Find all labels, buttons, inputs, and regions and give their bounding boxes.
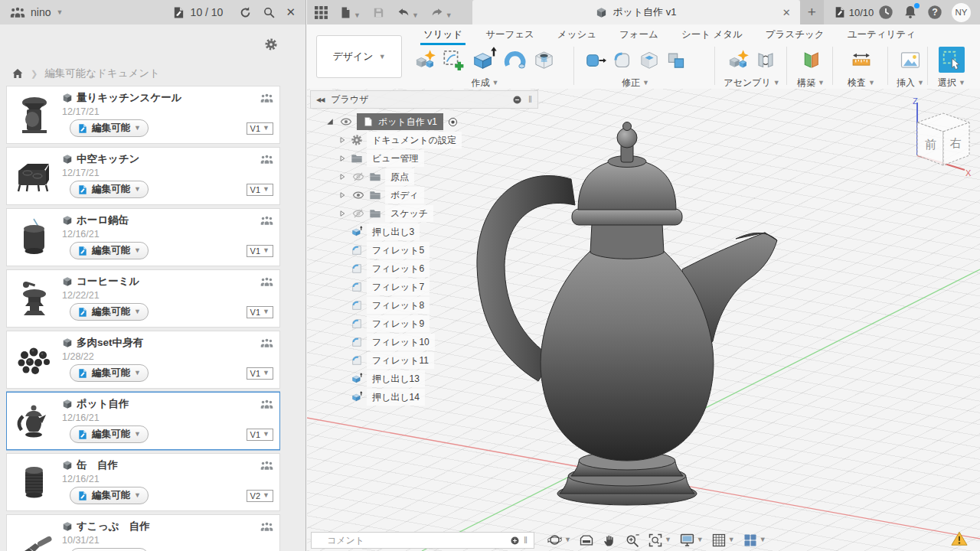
- group-dropdown-select[interactable]: 選択▼: [938, 77, 965, 90]
- feature-label[interactable]: フィレット9: [367, 315, 430, 332]
- version-selector[interactable]: V1▼: [247, 184, 273, 196]
- 3d-viewport[interactable]: ◀◀ ブラウザ ‖ ポット自作 v1: [307, 89, 980, 551]
- document-card[interactable]: コーヒーミル 12/22/21 編集可能 ▼ V1▼: [6, 269, 280, 328]
- fillet-tool-icon[interactable]: [612, 50, 633, 70]
- browser-header[interactable]: ◀◀ ブラウザ ‖: [310, 90, 538, 109]
- create-sketch-icon[interactable]: [442, 49, 465, 71]
- tree-node-origin[interactable]: 原点: [310, 168, 538, 186]
- tree-root-row[interactable]: ポット自作 v1: [310, 112, 538, 131]
- app-grid-icon[interactable]: [315, 6, 328, 19]
- feature-label[interactable]: 押し出し13: [367, 370, 425, 387]
- new-component-icon[interactable]: [414, 49, 436, 70]
- feature-row-fillet[interactable]: フィレット8: [310, 296, 538, 315]
- expander-icon[interactable]: [338, 135, 347, 145]
- panel-resize-handle[interactable]: ‖: [524, 535, 528, 546]
- visibility-eye-icon[interactable]: [340, 116, 352, 128]
- feature-label[interactable]: フィレット7: [367, 279, 430, 295]
- group-dropdown-create[interactable]: 作成▼: [472, 77, 499, 90]
- viewports-button[interactable]: ▼: [743, 533, 766, 548]
- ribbon-tab-sheetmetal[interactable]: シート メタル: [681, 28, 743, 41]
- ribbon-tab-solid[interactable]: ソリッド: [423, 28, 462, 41]
- tree-node-sketches[interactable]: スケッチ: [310, 204, 538, 223]
- shell-icon[interactable]: [639, 50, 660, 70]
- version-selector[interactable]: V1▼: [247, 429, 273, 441]
- tree-node-view-management[interactable]: ビュー管理: [310, 149, 538, 168]
- refresh-icon[interactable]: [239, 6, 252, 19]
- version-selector[interactable]: V1▼: [247, 122, 273, 135]
- edit-status-button[interactable]: 編集可能 ▼: [70, 548, 149, 551]
- undo-button[interactable]: ▼: [397, 5, 419, 19]
- feature-label[interactable]: フィレット5: [367, 242, 430, 259]
- joint-icon[interactable]: [755, 50, 776, 70]
- revolve-icon[interactable]: [503, 48, 527, 71]
- file-menu-button[interactable]: ▼: [339, 6, 361, 19]
- press-pull-icon[interactable]: [585, 50, 606, 70]
- notifications-button[interactable]: [903, 5, 918, 20]
- feature-label[interactable]: フィレット8: [367, 297, 430, 314]
- expander-open-icon[interactable]: [325, 117, 335, 126]
- display-settings-button[interactable]: ▼: [679, 532, 704, 548]
- document-card-selected[interactable]: ポット自作 12/16/21 編集可能 ▼ V1▼: [6, 392, 280, 450]
- hole-icon[interactable]: [532, 48, 556, 71]
- minimize-panel-icon[interactable]: [512, 95, 522, 105]
- group-dropdown-construct[interactable]: 構築▼: [797, 77, 825, 90]
- edit-status-button[interactable]: 編集可能 ▼: [70, 303, 149, 321]
- feature-label[interactable]: フィレット10: [367, 334, 435, 350]
- feature-row-fillet[interactable]: フィレット7: [310, 278, 538, 296]
- extrude-icon[interactable]: [470, 47, 498, 73]
- tree-node-label[interactable]: ドキュメントの設定: [367, 132, 462, 148]
- document-tab[interactable]: ポット自作 v1 ✕: [472, 0, 800, 24]
- tree-node-label[interactable]: ビュー管理: [367, 150, 424, 167]
- view-cube[interactable]: Z X 前 右: [879, 93, 972, 179]
- team-name-label[interactable]: nino: [31, 6, 51, 18]
- root-component-chip[interactable]: ポット自作 v1: [357, 113, 443, 130]
- feature-row-extrude[interactable]: 押し出し13: [310, 370, 538, 388]
- user-avatar[interactable]: NY: [952, 3, 971, 22]
- help-icon[interactable]: [926, 4, 943, 21]
- chevron-down-icon[interactable]: ▼: [56, 9, 63, 16]
- ribbon-tab-mesh[interactable]: メッシュ: [557, 28, 596, 41]
- close-panel-icon[interactable]: ✕: [286, 5, 296, 19]
- zoom-button[interactable]: [625, 533, 640, 548]
- select-tool-button[interactable]: [939, 47, 965, 73]
- feature-label[interactable]: 押し出し14: [367, 389, 425, 406]
- tree-node-bodies[interactable]: ボディ: [310, 186, 538, 204]
- edit-status-button[interactable]: 編集可能 ▼: [70, 181, 149, 198]
- document-card[interactable]: ホーロ鍋缶 12/16/21 編集可能 ▼ V1▼: [6, 208, 280, 266]
- visibility-eye-off-icon[interactable]: [352, 207, 364, 220]
- version-selector[interactable]: V1▼: [247, 367, 273, 380]
- feature-row-extrude[interactable]: 押し出し14: [310, 388, 538, 406]
- insert-image-icon[interactable]: [899, 49, 922, 71]
- new-tab-button[interactable]: +: [800, 0, 824, 24]
- pan-button[interactable]: [602, 533, 617, 548]
- feature-row-fillet[interactable]: フィレット9: [310, 315, 538, 333]
- edit-status-button[interactable]: 編集可能 ▼: [70, 364, 149, 382]
- look-at-button[interactable]: [579, 533, 594, 548]
- expander-icon[interactable]: [338, 191, 347, 200]
- feature-row-fillet[interactable]: フィレット10: [310, 333, 538, 351]
- collapse-panel-icon[interactable]: ◀◀: [316, 96, 324, 103]
- version-selector[interactable]: V2▼: [247, 490, 273, 502]
- expander-icon[interactable]: [338, 209, 347, 218]
- edit-status-button[interactable]: 編集可能 ▼: [70, 119, 149, 137]
- feature-row-fillet[interactable]: フィレット6: [310, 259, 538, 278]
- document-card[interactable]: すこっぷ 自作 10/31/21 編集可能 ▼ V1▼: [6, 514, 280, 551]
- document-card[interactable]: 多肉set中身有 1/28/22 編集可能 ▼ V1▼: [6, 331, 280, 389]
- feature-label[interactable]: 押し出し3: [367, 223, 420, 240]
- expander-icon[interactable]: [338, 154, 347, 163]
- new-component-icon[interactable]: [727, 49, 750, 70]
- visibility-eye-icon[interactable]: [352, 189, 364, 201]
- save-icon[interactable]: [372, 6, 385, 19]
- group-dropdown-insert[interactable]: 挿入▼: [897, 77, 924, 90]
- visibility-eye-off-icon[interactable]: [352, 171, 364, 183]
- version-selector[interactable]: V1▼: [247, 245, 273, 257]
- ribbon-tab-form[interactable]: フォーム: [619, 28, 658, 41]
- document-card[interactable]: 量りキッチンスケール 12/17/21 編集可能 ▼ V1▼: [6, 86, 280, 144]
- group-dropdown-modify[interactable]: 修正▼: [622, 77, 649, 90]
- feature-row-extrude[interactable]: 押し出し3: [310, 223, 538, 241]
- combine-icon[interactable]: [665, 50, 687, 70]
- ribbon-tab-utilities[interactable]: ユーティリティ: [848, 28, 916, 41]
- measure-icon[interactable]: [850, 49, 873, 71]
- warning-indicator[interactable]: [951, 530, 968, 547]
- add-comment-icon[interactable]: [510, 536, 520, 546]
